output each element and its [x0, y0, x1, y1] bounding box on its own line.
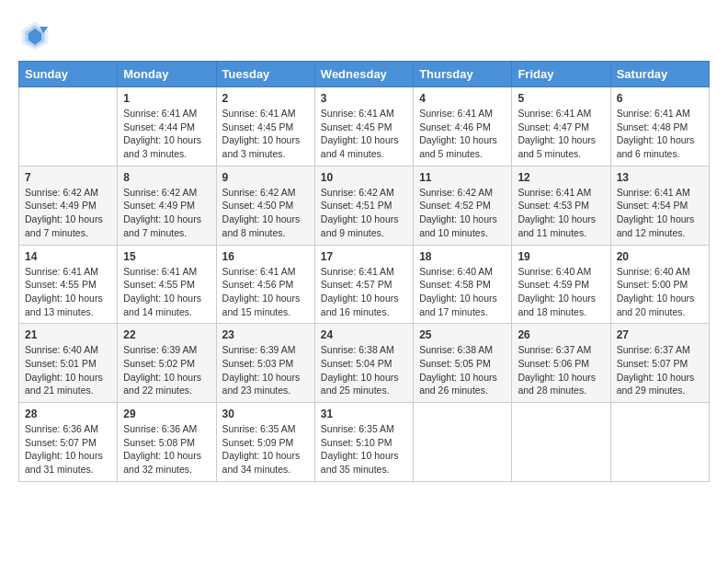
day-info: Sunrise: 6:40 AM Sunset: 5:01 PM Dayligh…: [25, 343, 111, 397]
day-number: 23: [222, 328, 309, 341]
day-info: Sunrise: 6:42 AM Sunset: 4:52 PM Dayligh…: [419, 186, 506, 240]
calendar-cell: 15Sunrise: 6:41 AM Sunset: 4:55 PM Dayli…: [118, 245, 216, 324]
calendar-cell: 20Sunrise: 6:40 AM Sunset: 5:00 PM Dayli…: [610, 245, 709, 324]
day-number: 18: [419, 250, 506, 263]
day-info: Sunrise: 6:36 AM Sunset: 5:07 PM Dayligh…: [25, 422, 111, 477]
day-info: Sunrise: 6:41 AM Sunset: 4:45 PM Dayligh…: [222, 107, 309, 161]
day-number: 22: [123, 328, 210, 341]
day-header-sunday: Sunday: [19, 62, 118, 87]
day-header-saturday: Saturday: [610, 62, 709, 87]
day-number: 15: [123, 250, 210, 263]
calendar-cell: 7Sunrise: 6:42 AM Sunset: 4:49 PM Daylig…: [19, 166, 118, 245]
day-number: 27: [617, 328, 703, 341]
page-header: [18, 18, 710, 52]
day-number: 25: [419, 328, 506, 341]
calendar-week-row: 28Sunrise: 6:36 AM Sunset: 5:07 PM Dayli…: [19, 403, 710, 482]
calendar-cell: [19, 87, 118, 167]
days-header-row: SundayMondayTuesdayWednesdayThursdayFrid…: [19, 62, 710, 87]
day-number: 20: [617, 250, 703, 263]
day-number: 26: [518, 328, 604, 341]
calendar-cell: 9Sunrise: 6:42 AM Sunset: 4:50 PM Daylig…: [216, 166, 314, 245]
calendar-cell: 14Sunrise: 6:41 AM Sunset: 4:55 PM Dayli…: [19, 245, 118, 324]
day-number: 8: [123, 171, 210, 184]
calendar-cell: 27Sunrise: 6:37 AM Sunset: 5:07 PM Dayli…: [610, 324, 709, 403]
calendar-week-row: 1Sunrise: 6:41 AM Sunset: 4:44 PM Daylig…: [19, 87, 710, 167]
day-number: 31: [321, 408, 407, 420]
day-info: Sunrise: 6:41 AM Sunset: 4:45 PM Dayligh…: [321, 107, 407, 161]
calendar-cell: 24Sunrise: 6:38 AM Sunset: 5:04 PM Dayli…: [314, 324, 413, 403]
day-header-wednesday: Wednesday: [314, 62, 413, 87]
day-info: Sunrise: 6:37 AM Sunset: 5:06 PM Dayligh…: [518, 343, 604, 397]
day-number: 24: [321, 328, 407, 341]
day-header-tuesday: Tuesday: [216, 62, 314, 87]
day-info: Sunrise: 6:42 AM Sunset: 4:49 PM Dayligh…: [123, 186, 210, 240]
day-info: Sunrise: 6:38 AM Sunset: 5:04 PM Dayligh…: [321, 343, 407, 397]
calendar-cell: 3Sunrise: 6:41 AM Sunset: 4:45 PM Daylig…: [314, 87, 413, 167]
day-number: 14: [25, 250, 111, 263]
calendar-cell: 8Sunrise: 6:42 AM Sunset: 4:49 PM Daylig…: [118, 166, 216, 245]
day-header-friday: Friday: [512, 62, 610, 87]
calendar-cell: 18Sunrise: 6:40 AM Sunset: 4:58 PM Dayli…: [414, 245, 512, 324]
calendar-cell: 2Sunrise: 6:41 AM Sunset: 4:45 PM Daylig…: [216, 87, 314, 167]
logo: [18, 18, 57, 52]
day-info: Sunrise: 6:41 AM Sunset: 4:47 PM Dayligh…: [518, 107, 604, 161]
day-info: Sunrise: 6:41 AM Sunset: 4:53 PM Dayligh…: [518, 186, 604, 240]
day-header-monday: Monday: [118, 62, 216, 87]
day-info: Sunrise: 6:39 AM Sunset: 5:03 PM Dayligh…: [222, 343, 309, 397]
calendar-cell: 23Sunrise: 6:39 AM Sunset: 5:03 PM Dayli…: [216, 324, 314, 403]
calendar-cell: [512, 403, 610, 482]
calendar-week-row: 21Sunrise: 6:40 AM Sunset: 5:01 PM Dayli…: [19, 324, 710, 403]
day-info: Sunrise: 6:42 AM Sunset: 4:50 PM Dayligh…: [222, 186, 309, 240]
calendar-cell: 21Sunrise: 6:40 AM Sunset: 5:01 PM Dayli…: [19, 324, 118, 403]
calendar-table: SundayMondayTuesdayWednesdayThursdayFrid…: [18, 61, 710, 482]
day-info: Sunrise: 6:41 AM Sunset: 4:57 PM Dayligh…: [321, 265, 407, 319]
day-info: Sunrise: 6:37 AM Sunset: 5:07 PM Dayligh…: [617, 343, 703, 397]
day-number: 1: [123, 92, 210, 105]
calendar-cell: 19Sunrise: 6:40 AM Sunset: 4:59 PM Dayli…: [512, 245, 610, 324]
calendar-cell: 10Sunrise: 6:42 AM Sunset: 4:51 PM Dayli…: [314, 166, 413, 245]
day-number: 30: [222, 408, 309, 420]
day-number: 9: [222, 171, 309, 184]
day-info: Sunrise: 6:41 AM Sunset: 4:56 PM Dayligh…: [222, 265, 309, 319]
day-number: 7: [25, 171, 111, 184]
day-number: 28: [25, 408, 111, 420]
day-info: Sunrise: 6:35 AM Sunset: 5:10 PM Dayligh…: [321, 422, 407, 477]
day-number: 11: [419, 171, 506, 184]
day-info: Sunrise: 6:38 AM Sunset: 5:05 PM Dayligh…: [419, 343, 506, 397]
day-number: 3: [321, 92, 407, 105]
day-info: Sunrise: 6:41 AM Sunset: 4:44 PM Dayligh…: [123, 107, 210, 161]
logo-icon: [18, 18, 51, 52]
day-number: 29: [123, 408, 210, 420]
day-info: Sunrise: 6:41 AM Sunset: 4:55 PM Dayligh…: [25, 265, 111, 319]
calendar-cell: 6Sunrise: 6:41 AM Sunset: 4:48 PM Daylig…: [610, 87, 709, 167]
day-number: 12: [518, 171, 604, 184]
day-info: Sunrise: 6:36 AM Sunset: 5:08 PM Dayligh…: [123, 422, 210, 477]
day-info: Sunrise: 6:41 AM Sunset: 4:55 PM Dayligh…: [123, 265, 210, 319]
calendar-cell: 26Sunrise: 6:37 AM Sunset: 5:06 PM Dayli…: [512, 324, 610, 403]
day-info: Sunrise: 6:42 AM Sunset: 4:49 PM Dayligh…: [25, 186, 111, 240]
calendar-cell: 31Sunrise: 6:35 AM Sunset: 5:10 PM Dayli…: [314, 403, 413, 482]
day-number: 10: [321, 171, 407, 184]
day-number: 19: [518, 250, 604, 263]
day-number: 2: [222, 92, 309, 105]
day-number: 17: [321, 250, 407, 263]
calendar-week-row: 14Sunrise: 6:41 AM Sunset: 4:55 PM Dayli…: [19, 245, 710, 324]
calendar-cell: 22Sunrise: 6:39 AM Sunset: 5:02 PM Dayli…: [118, 324, 216, 403]
day-info: Sunrise: 6:42 AM Sunset: 4:51 PM Dayligh…: [321, 186, 407, 240]
calendar-cell: 17Sunrise: 6:41 AM Sunset: 4:57 PM Dayli…: [314, 245, 413, 324]
day-number: 13: [617, 171, 703, 184]
day-number: 16: [222, 250, 309, 263]
day-info: Sunrise: 6:41 AM Sunset: 4:46 PM Dayligh…: [419, 107, 506, 161]
day-info: Sunrise: 6:35 AM Sunset: 5:09 PM Dayligh…: [222, 422, 309, 477]
calendar-cell: 4Sunrise: 6:41 AM Sunset: 4:46 PM Daylig…: [414, 87, 512, 167]
calendar-cell: [610, 403, 709, 482]
day-info: Sunrise: 6:41 AM Sunset: 4:48 PM Dayligh…: [617, 107, 703, 161]
calendar-cell: 11Sunrise: 6:42 AM Sunset: 4:52 PM Dayli…: [414, 166, 512, 245]
calendar-cell: 5Sunrise: 6:41 AM Sunset: 4:47 PM Daylig…: [512, 87, 610, 167]
calendar-cell: 12Sunrise: 6:41 AM Sunset: 4:53 PM Dayli…: [512, 166, 610, 245]
day-info: Sunrise: 6:40 AM Sunset: 4:58 PM Dayligh…: [419, 265, 506, 319]
day-number: 21: [25, 328, 111, 341]
calendar-cell: 16Sunrise: 6:41 AM Sunset: 4:56 PM Dayli…: [216, 245, 314, 324]
day-info: Sunrise: 6:40 AM Sunset: 4:59 PM Dayligh…: [518, 265, 604, 319]
day-info: Sunrise: 6:41 AM Sunset: 4:54 PM Dayligh…: [617, 186, 703, 240]
